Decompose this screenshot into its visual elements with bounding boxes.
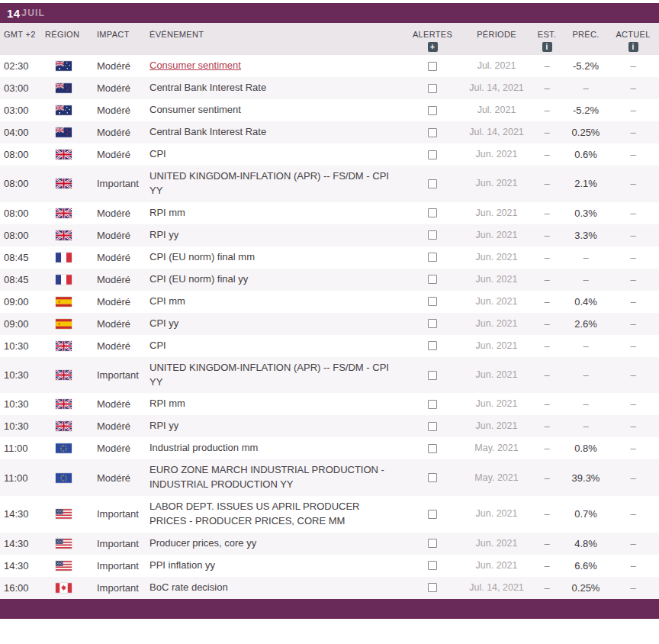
- event-link[interactable]: Central Bank Interest Rate: [149, 126, 266, 137]
- table-row[interactable]: 11:00 Modéré EURO ZONE MARCH INDUSTRIAL …: [0, 459, 659, 496]
- event-link[interactable]: LABOR DEPT. ISSUES US APRIL PRODUCER PRI…: [149, 501, 359, 526]
- event-time: 14:30: [0, 560, 40, 572]
- table-row[interactable]: 08:00 Important UNITED KINGDOM-INFLATION…: [0, 166, 659, 202]
- alert-checkbox[interactable]: [428, 444, 437, 453]
- plus-box-icon[interactable]: +: [428, 42, 438, 52]
- alert-checkbox[interactable]: [428, 230, 437, 240]
- table-row[interactable]: 08:00 Modéré CPI Jun. 2021 – 0.6% –: [0, 143, 659, 166]
- alert-checkbox[interactable]: [428, 583, 437, 592]
- event-link[interactable]: Industrial production mm: [149, 442, 258, 453]
- alert-checkbox[interactable]: [428, 422, 437, 431]
- previous-value: -5.2%: [564, 105, 607, 116]
- region-cell: [40, 275, 87, 285]
- table-row[interactable]: 10:30 Modéré RPI mm Jun. 2021 – – –: [0, 393, 659, 415]
- event-link[interactable]: Consumer sentiment: [149, 60, 241, 71]
- table-row[interactable]: 02:30 Modéré Consumer sentiment Jul. 202…: [0, 55, 659, 77]
- event-cell: UNITED KINGDOM-INFLATION (APR) -- FS/DM …: [139, 166, 401, 202]
- event-link[interactable]: EURO ZONE MARCH INDUSTRIAL PRODUCTION - …: [149, 464, 384, 490]
- flag-es-icon: [56, 297, 72, 307]
- alert-checkbox[interactable]: [428, 297, 437, 306]
- previous-value: 2.1%: [564, 178, 607, 189]
- col-alerts-label: ALERTES: [413, 30, 452, 39]
- table-row[interactable]: 16:00 Important BoC rate decision Jul. 1…: [0, 577, 659, 599]
- col-impact: IMPACT: [87, 23, 139, 55]
- event-link[interactable]: CPI yy: [149, 317, 178, 329]
- impact-label: Modéré: [87, 149, 139, 160]
- alert-checkbox[interactable]: [428, 84, 437, 93]
- table-row[interactable]: 03:00 Modéré Central Bank Interest Rate …: [0, 77, 659, 99]
- alert-cell: [401, 510, 464, 519]
- alert-checkbox[interactable]: [428, 371, 437, 380]
- actual-value: –: [607, 230, 659, 241]
- alert-checkbox[interactable]: [428, 473, 437, 482]
- estimate-value: –: [529, 252, 564, 263]
- period-label: Jun. 2021: [464, 337, 529, 355]
- table-row[interactable]: 10:30 Modéré CPI Jun. 2021 – – –: [0, 335, 659, 357]
- col-actual-label: ACTUEL: [616, 30, 650, 39]
- impact-label: Modéré: [87, 60, 139, 72]
- table-row[interactable]: 08:45 Modéré CPI (EU norm) final mm Jun.…: [0, 246, 659, 269]
- event-link[interactable]: CPI (EU norm) final yy: [149, 273, 248, 285]
- event-link[interactable]: Central Bank Interest Rate: [149, 82, 266, 93]
- alert-checkbox[interactable]: [428, 106, 437, 115]
- event-link[interactable]: BoC rate decision: [149, 581, 228, 593]
- table-row[interactable]: 11:00 Modéré Industrial production mm Ma…: [0, 437, 659, 459]
- event-link[interactable]: Producer prices, core yy: [149, 537, 256, 549]
- alert-cell: [401, 179, 464, 188]
- event-time: 16:00: [0, 582, 40, 594]
- alert-checkbox[interactable]: [428, 400, 437, 409]
- alert-checkbox[interactable]: [428, 561, 437, 570]
- alert-checkbox[interactable]: [428, 510, 437, 519]
- table-row[interactable]: 09:00 Modéré CPI mm Jun. 2021 – 0.4% –: [0, 291, 659, 313]
- event-link[interactable]: CPI mm: [149, 295, 185, 307]
- alert-checkbox[interactable]: [428, 319, 437, 328]
- event-link[interactable]: CPI: [149, 148, 166, 159]
- table-row[interactable]: 08:00 Modéré RPI yy Jun. 2021 – 3.3% –: [0, 224, 659, 246]
- event-link[interactable]: RPI yy: [149, 420, 178, 431]
- alert-checkbox[interactable]: [428, 275, 437, 284]
- alert-checkbox[interactable]: [428, 341, 437, 350]
- alert-checkbox[interactable]: [428, 539, 437, 548]
- actual-value: –: [607, 82, 659, 94]
- event-link[interactable]: PPI inflation yy: [149, 559, 215, 571]
- impact-label: Modéré: [87, 274, 139, 285]
- event-time: 03:00: [0, 105, 40, 116]
- table-row[interactable]: 14:30 Important PPI inflation yy Jun. 20…: [0, 555, 659, 577]
- impact-label: Important: [87, 538, 139, 549]
- period-label: Jul. 2021: [464, 101, 529, 119]
- alert-checkbox[interactable]: [428, 208, 437, 217]
- table-row[interactable]: 03:00 Modéré Consumer sentiment Jul. 202…: [0, 99, 659, 121]
- region-cell: [40, 509, 87, 519]
- event-link[interactable]: UNITED KINGDOM-INFLATION (APR) -- FS/DM …: [149, 170, 389, 196]
- event-link[interactable]: RPI mm: [149, 207, 185, 218]
- alert-checkbox[interactable]: [428, 150, 437, 159]
- table-row[interactable]: 10:30 Modéré RPI yy Jun. 2021 – – –: [0, 415, 659, 437]
- event-link[interactable]: UNITED KINGDOM-INFLATION (APR) -- FS/DM …: [149, 362, 389, 388]
- alert-checkbox[interactable]: [428, 62, 437, 71]
- region-cell: [40, 473, 87, 483]
- info-icon[interactable]: i: [628, 42, 638, 52]
- table-row[interactable]: 09:00 Modéré CPI yy Jun. 2021 – 2.6% –: [0, 313, 659, 335]
- day-number: 14: [7, 7, 20, 20]
- alert-checkbox[interactable]: [428, 179, 437, 188]
- table-row[interactable]: 04:00 Modéré Central Bank Interest Rate …: [0, 121, 659, 143]
- estimate-value: –: [529, 82, 564, 94]
- table-row[interactable]: 14:30 Important Producer prices, core yy…: [0, 533, 659, 555]
- flag-gb-icon: [56, 179, 72, 188]
- info-icon[interactable]: i: [542, 42, 552, 52]
- event-cell: CPI mm: [139, 291, 401, 313]
- event-link[interactable]: RPI mm: [149, 398, 185, 409]
- event-link[interactable]: RPI yy: [149, 229, 178, 240]
- alert-checkbox[interactable]: [428, 128, 437, 137]
- table-row[interactable]: 14:30 Important LABOR DEPT. ISSUES US AP…: [0, 496, 659, 533]
- event-link[interactable]: Consumer sentiment: [149, 104, 241, 115]
- table-row[interactable]: 08:00 Modéré RPI mm Jun. 2021 – 0.3% –: [0, 202, 659, 224]
- table-row[interactable]: 10:30 Important UNITED KINGDOM-INFLATION…: [0, 357, 659, 394]
- alert-checkbox[interactable]: [428, 253, 437, 262]
- actual-value: –: [607, 318, 659, 330]
- event-link[interactable]: CPI: [149, 340, 166, 351]
- table-row[interactable]: 08:45 Modéré CPI (EU norm) final yy Jun.…: [0, 269, 659, 291]
- alert-cell: [401, 230, 464, 240]
- period-label: Jul. 2021: [464, 57, 529, 75]
- event-link[interactable]: CPI (EU norm) final mm: [149, 251, 255, 262]
